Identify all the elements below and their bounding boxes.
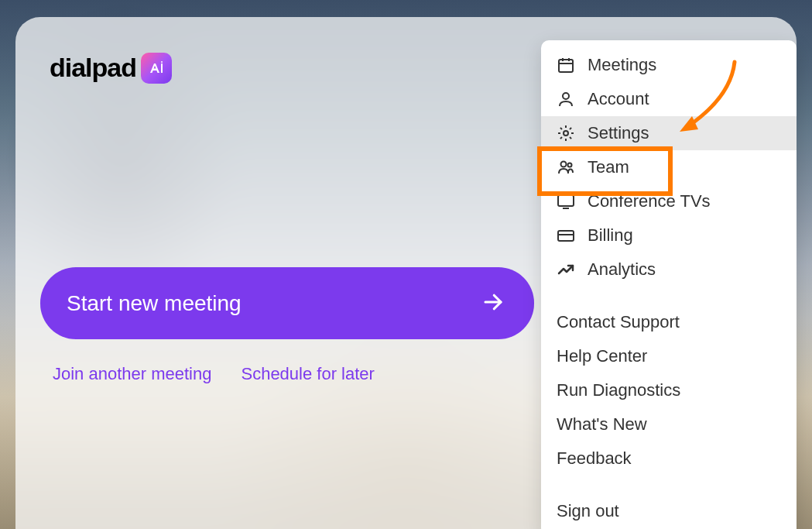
menu-item-help-center[interactable]: Help Center	[541, 339, 797, 373]
menu-item-label: Sign out	[557, 501, 619, 521]
menu-dropdown: Meetings Account Settings	[541, 40, 797, 529]
menu-item-run-diagnostics[interactable]: Run Diagnostics	[541, 373, 797, 407]
monitor-icon	[557, 192, 575, 211]
svg-point-8	[561, 162, 567, 167]
menu-item-billing[interactable]: Billing	[541, 218, 797, 252]
svg-point-7	[564, 131, 568, 136]
svg-point-0	[161, 61, 163, 63]
menu-item-label: Account	[588, 89, 649, 109]
team-icon	[557, 158, 575, 177]
menu-item-label: Contact Support	[557, 312, 680, 332]
menu-item-contact-support[interactable]: Contact Support	[541, 305, 797, 339]
menu-item-label: Billing	[588, 225, 633, 246]
menu-item-whats-new[interactable]: What's New	[541, 407, 797, 441]
logo-ai-icon	[141, 53, 172, 84]
gear-icon	[557, 124, 575, 143]
menu-item-label: Meetings	[588, 55, 656, 75]
menu-item-sign-out[interactable]: Sign out	[541, 494, 797, 528]
menu-item-account[interactable]: Account	[541, 82, 797, 116]
menu-item-label: Settings	[588, 123, 649, 143]
menu-item-team[interactable]: Team	[541, 150, 797, 184]
start-meeting-button[interactable]: Start new meeting	[40, 267, 534, 339]
analytics-icon	[557, 260, 575, 279]
join-meeting-link[interactable]: Join another meeting	[53, 364, 211, 384]
menu-item-label: What's New	[557, 414, 647, 435]
menu-item-label: Conference TVs	[588, 191, 711, 211]
svg-rect-2	[559, 60, 573, 72]
calendar-icon	[557, 56, 575, 74]
menu-item-label: Help Center	[557, 346, 647, 366]
svg-point-6	[563, 93, 569, 99]
menu-item-meetings[interactable]: Meetings	[541, 48, 797, 82]
svg-point-9	[568, 163, 572, 167]
menu-item-label: Feedback	[557, 448, 632, 469]
logo-text: dialpad	[50, 53, 136, 83]
menu-item-conference-tvs[interactable]: Conference TVs	[541, 184, 797, 218]
menu-item-feedback[interactable]: Feedback	[541, 441, 797, 476]
dropdown-divider	[541, 476, 797, 494]
arrow-right-icon	[481, 290, 505, 317]
menu-item-label: Analytics	[588, 259, 656, 280]
menu-item-label: Run Diagnostics	[557, 380, 680, 400]
logo[interactable]: dialpad	[50, 53, 172, 84]
billing-icon	[557, 226, 575, 245]
menu-item-settings[interactable]: Settings	[541, 116, 797, 150]
svg-rect-12	[558, 231, 574, 241]
svg-rect-10	[558, 195, 574, 206]
dropdown-divider	[541, 287, 797, 305]
schedule-link[interactable]: Schedule for later	[241, 364, 374, 384]
account-icon	[557, 90, 575, 108]
menu-item-analytics[interactable]: Analytics	[541, 252, 797, 287]
start-button-label: Start new meeting	[67, 291, 242, 316]
menu-item-label: Team	[588, 157, 629, 177]
